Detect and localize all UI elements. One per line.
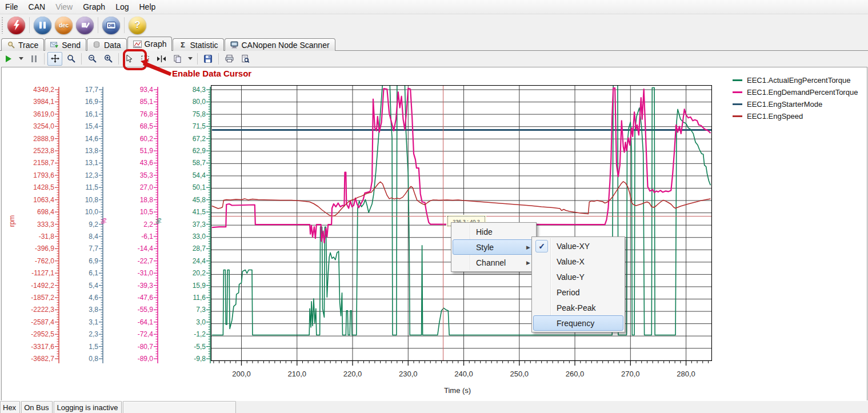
legend-swatch bbox=[733, 79, 742, 81]
y-axis-tick-label: 16,1 bbox=[58, 111, 98, 118]
graph-toolbar bbox=[0, 51, 868, 66]
y-axis-tick-label: 11,6 bbox=[166, 294, 206, 301]
menu-item-value-y[interactable]: Value-Y bbox=[533, 269, 623, 284]
y-axis-tick-label: 1793,6 bbox=[14, 172, 54, 179]
menu-help[interactable]: Help bbox=[134, 1, 161, 13]
y-axis-tick-label: 2,3 bbox=[58, 331, 98, 338]
y-axis-tick-label: 76,8 bbox=[113, 111, 153, 118]
tab-graph[interactable]: Graph bbox=[127, 37, 173, 51]
pause-icon[interactable] bbox=[26, 52, 41, 66]
y-axis-tick-label: 698,4 bbox=[14, 208, 54, 215]
menu-item-frequency[interactable]: Frequency bbox=[533, 315, 623, 331]
copy-dropdown-icon[interactable] bbox=[186, 52, 194, 66]
menu-log[interactable]: Log bbox=[110, 1, 134, 13]
y-axis-tick-label: 75,8 bbox=[166, 111, 206, 118]
menu-can[interactable]: CAN bbox=[23, 1, 51, 13]
select-rectangle-icon[interactable] bbox=[138, 52, 153, 66]
copy-icon[interactable] bbox=[170, 52, 185, 66]
status-bar: Hex On Bus Logging is inactive bbox=[0, 400, 868, 413]
pause-icon[interactable] bbox=[34, 17, 51, 34]
status-hex[interactable]: Hex bbox=[0, 401, 20, 413]
tab-bar: Trace Send Data Graph Σ bbox=[0, 36, 868, 51]
tab-label: Send bbox=[62, 41, 81, 50]
sigma-icon: Σ bbox=[178, 41, 187, 49]
toolbar-separator bbox=[98, 17, 98, 33]
menu-file[interactable]: File bbox=[0, 1, 23, 13]
y-axis-tick-label: 93,4 bbox=[113, 86, 153, 93]
y-axis-tick-label: 14,6 bbox=[58, 135, 98, 142]
y-axis-tick-label: 62,9 bbox=[166, 147, 206, 154]
menu-item-period[interactable]: Period bbox=[533, 284, 623, 300]
y-axis-tick-label: 68,5 bbox=[113, 123, 153, 130]
y-axis-tick-label: 0,8 bbox=[58, 355, 98, 362]
database-icon[interactable]: DB bbox=[102, 17, 120, 34]
y-axis-tick-label: -89,0 bbox=[113, 355, 153, 362]
y-axis-tick-label: 4,6 bbox=[58, 294, 98, 301]
database-cylinder-icon bbox=[93, 41, 101, 49]
help-icon[interactable]: ? bbox=[129, 17, 146, 34]
play-icon[interactable] bbox=[1, 52, 15, 66]
y-axis-line bbox=[153, 83, 158, 369]
graph-panel[interactable]: 4349,23984,13619,03254,02888,92523,82158… bbox=[1, 67, 867, 401]
play-dropdown-icon[interactable] bbox=[17, 52, 25, 66]
toolbar-grip[interactable] bbox=[1, 17, 4, 34]
legend-item[interactable]: EEC1.EngDemandPercentTorque bbox=[733, 86, 858, 98]
data-cursor-icon[interactable] bbox=[154, 52, 169, 66]
save-icon[interactable] bbox=[201, 52, 215, 66]
tab-data[interactable]: Data bbox=[87, 38, 127, 51]
lightning-disconnect-icon[interactable] bbox=[7, 17, 25, 34]
main-toolbar: dec DB ? bbox=[0, 14, 868, 36]
pointer-icon[interactable] bbox=[122, 52, 137, 66]
y-axis-tick-label: 2158,7 bbox=[14, 159, 54, 166]
zoom-out-icon[interactable] bbox=[85, 52, 99, 66]
x-axis-tick-label: 240,0 bbox=[447, 370, 481, 378]
y-axis-tick-label: 6,9 bbox=[58, 258, 98, 264]
y-axis-tick-label: 85,1 bbox=[113, 98, 153, 105]
y-axis-line bbox=[98, 83, 103, 369]
y-axis-tick-label: -64,1 bbox=[113, 319, 153, 326]
y-axis-tick-label: 43,6 bbox=[113, 159, 153, 166]
decimal-mode-icon[interactable]: dec bbox=[55, 17, 73, 34]
menu-item-peak-peak[interactable]: Peak-Peak bbox=[533, 300, 623, 315]
menu-item-hide[interactable]: Hide bbox=[453, 224, 535, 239]
tab-send[interactable]: Send bbox=[45, 38, 86, 51]
zoom-in-icon[interactable] bbox=[101, 52, 115, 66]
y-axis-tick-label: -1127,1 bbox=[14, 270, 54, 276]
pan-tool-icon[interactable] bbox=[47, 52, 62, 66]
y-axis-tick-label: 3984,1 bbox=[14, 98, 54, 105]
tab-trace[interactable]: Trace bbox=[1, 38, 44, 51]
y-axis-tick-label: -5,5 bbox=[166, 343, 206, 350]
legend-item[interactable]: EEC1.ActualEngPercentTorque bbox=[733, 74, 858, 86]
tab-label: Graph bbox=[145, 39, 167, 49]
print-icon[interactable] bbox=[222, 52, 237, 66]
tab-canopen-node-scanner[interactable]: CANopen Node Scanner bbox=[225, 38, 335, 51]
computer-icon bbox=[230, 41, 239, 49]
zoom-tool-icon[interactable] bbox=[63, 52, 78, 66]
menu-bar: File CAN View Graph Log Help bbox=[0, 0, 868, 14]
y-axis-tick-label: -6,1 bbox=[113, 233, 153, 240]
y-axis-tick-label: -22,7 bbox=[113, 258, 153, 264]
y-axis-tick-label: 3254,0 bbox=[14, 123, 54, 130]
y-axis-tick-label: -31,0 bbox=[113, 270, 153, 276]
y-axis-tick-label: -72,4 bbox=[113, 331, 153, 338]
y-axis-tick-label: -14,4 bbox=[113, 245, 153, 252]
y-axis-tick-label: 333,3 bbox=[14, 221, 54, 228]
menu-item-style[interactable]: Style▶ bbox=[453, 239, 535, 255]
y-axis-tick-label: -396,9 bbox=[14, 245, 54, 252]
legend-item[interactable]: EEC1.EngStarterMode bbox=[733, 98, 858, 110]
menu-item-value-x[interactable]: Value-X bbox=[533, 254, 623, 269]
print-preview-icon[interactable] bbox=[238, 52, 253, 66]
menu-item-channel[interactable]: Channel▶ bbox=[453, 255, 535, 270]
y-axis-tick-label: -3317,6 bbox=[14, 343, 54, 350]
edit-format-icon[interactable] bbox=[76, 17, 94, 34]
y-axis-tick-label: 11,5 bbox=[58, 184, 98, 191]
y-axis-tick-label: 8,4 bbox=[58, 233, 98, 240]
chart-icon bbox=[133, 41, 142, 48]
status-empty-panel bbox=[123, 401, 236, 413]
menu-item-value-xy[interactable]: ✓Value-XY bbox=[533, 238, 623, 254]
menu-graph[interactable]: Graph bbox=[78, 1, 110, 13]
tab-statistic[interactable]: Σ Statistic bbox=[173, 38, 223, 51]
legend-item[interactable]: EEC1.EngSpeed bbox=[733, 110, 858, 122]
y-axis-tick-label: 3,1 bbox=[58, 319, 98, 326]
tab-label: CANopen Node Scanner bbox=[242, 41, 330, 50]
